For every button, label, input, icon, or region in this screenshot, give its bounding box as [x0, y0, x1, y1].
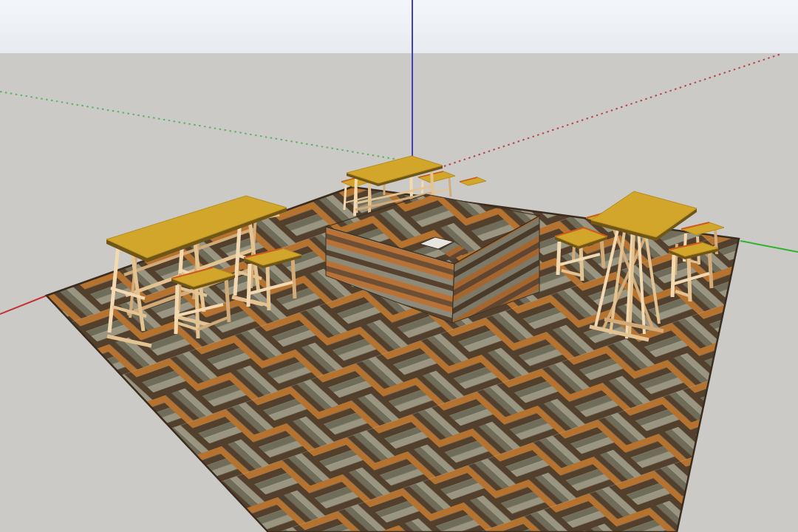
stool-leg: [176, 285, 177, 334]
3d-viewport[interactable]: [0, 0, 798, 532]
stool-leg: [248, 264, 250, 307]
stool-leg: [449, 177, 451, 197]
stool-leg: [709, 249, 712, 288]
viewport-canvas[interactable]: [0, 0, 798, 532]
sky: [0, 0, 798, 53]
stool-leg: [558, 242, 559, 275]
stool-leg: [672, 255, 674, 297]
stool-leg: [197, 288, 198, 338]
stool-leg: [344, 185, 346, 210]
stool-leg: [601, 238, 604, 267]
stool-leg: [293, 257, 295, 299]
